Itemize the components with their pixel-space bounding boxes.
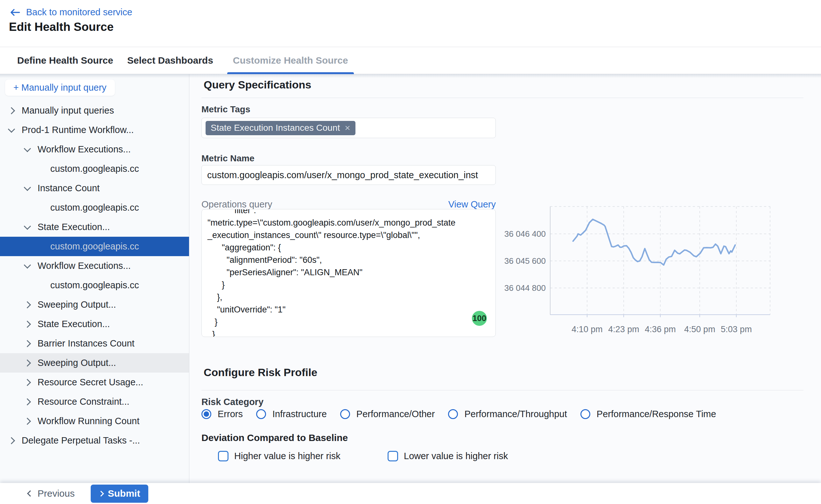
query-specifications-title: Query Specifications bbox=[204, 79, 311, 91]
tab-select-dashboards[interactable]: Select Dashboards bbox=[127, 47, 213, 74]
back-arrow-icon bbox=[10, 8, 20, 17]
section-divider bbox=[201, 390, 803, 390]
radio-icon[interactable] bbox=[448, 409, 458, 419]
tree-item-manually-input-queries[interactable]: Manually input queries bbox=[0, 101, 189, 120]
section-divider bbox=[201, 98, 803, 98]
checkbox-icon[interactable] bbox=[388, 451, 398, 461]
view-query-link[interactable]: View Query bbox=[448, 199, 496, 210]
tree-item-label: Barrier Instances Count bbox=[38, 338, 135, 349]
chevron-left-icon bbox=[27, 490, 33, 497]
query-sidebar: + Manually input query Manually input qu… bbox=[0, 74, 189, 483]
tree-item-custom-googleapis-cc[interactable]: custom.googleapis.cc bbox=[0, 276, 189, 295]
wizard-footer: Previous Submit bbox=[0, 483, 821, 504]
tree-item-instance-count[interactable]: Instance Count bbox=[0, 179, 189, 198]
page-header: Back to monitored service Edit Health So… bbox=[0, 0, 821, 47]
deviation-checkbox-higher-value-is-higher-risk[interactable]: Higher value is higher risk bbox=[218, 451, 340, 461]
tree-item-state-execution[interactable]: State Execution... bbox=[0, 217, 189, 237]
metric-name-input[interactable]: custom.googleapis.com/user/x_mongo_prod_… bbox=[201, 165, 496, 185]
tree-item-custom-googleapis-cc[interactable]: custom.googleapis.cc bbox=[0, 159, 189, 179]
chevron-down-icon bbox=[24, 261, 31, 269]
tree-item-workflow-executions[interactable]: Workflow Executions... bbox=[0, 256, 189, 276]
chevron-right-icon bbox=[24, 359, 31, 367]
risk-radio-label: Performance/Throughput bbox=[464, 409, 567, 419]
record-count-badge: 100 bbox=[472, 311, 487, 326]
submit-button-label: Submit bbox=[108, 488, 140, 499]
deviation-checkbox-lower-value-is-higher-risk[interactable]: Lower value is higher risk bbox=[388, 451, 508, 461]
metric-tag-chip[interactable]: State Execution Instances Count × bbox=[206, 121, 355, 135]
chevron-right-icon bbox=[24, 301, 31, 308]
tree-item-delegate-perpetual-tasks[interactable]: Delegate Perpetual Tasks -... bbox=[0, 431, 189, 450]
radio-icon[interactable] bbox=[580, 409, 590, 419]
chevron-right-icon bbox=[24, 417, 31, 425]
risk-radio-infrastructure[interactable]: Infrastructure bbox=[256, 409, 327, 419]
operations-query-textarea[interactable]: "filter": "metric.type=\"custom.googleap… bbox=[201, 209, 496, 337]
risk-radio-performance-throughput[interactable]: Performance/Throughput bbox=[448, 409, 567, 419]
tree-item-sweeping-output[interactable]: Sweeping Output... bbox=[0, 295, 189, 314]
chevron-down-icon bbox=[8, 125, 15, 133]
metric-line-series bbox=[573, 219, 735, 265]
chip-remove-icon[interactable]: × bbox=[345, 123, 350, 133]
tree-item-label: Resource Constraint... bbox=[38, 396, 130, 407]
risk-category-radio-group: ErrorsInfrastructurePerformance/OtherPer… bbox=[201, 409, 716, 419]
tree-item-label: Instance Count bbox=[38, 183, 100, 193]
risk-category-label: Risk Category bbox=[201, 397, 263, 407]
risk-radio-label: Performance/Response Time bbox=[597, 409, 716, 419]
tree-item-workflow-running-count[interactable]: Workflow Running Count bbox=[0, 411, 189, 431]
tab-label: Define Health Source bbox=[17, 55, 113, 66]
back-to-monitored-service-link[interactable]: Back to monitored service bbox=[10, 7, 132, 17]
tree-item-barrier-instances-count[interactable]: Barrier Instances Count bbox=[0, 334, 189, 353]
chevron-right-icon bbox=[8, 107, 15, 114]
tree-item-sweeping-output[interactable]: Sweeping Output... bbox=[0, 353, 189, 373]
risk-radio-performance-response-time[interactable]: Performance/Response Time bbox=[580, 409, 716, 419]
tree-item-prod-1-runtime-workflow[interactable]: Prod-1 Runtime Workflow... bbox=[0, 120, 189, 140]
tree-item-label: Sweeping Output... bbox=[38, 299, 116, 310]
tree-item-label: State Execution... bbox=[38, 222, 110, 232]
chevron-down-icon bbox=[24, 145, 31, 152]
y-tick-label: 36 046 400 bbox=[504, 229, 546, 239]
submit-button[interactable]: Submit bbox=[91, 485, 149, 503]
tab-define-health-source[interactable]: Define Health Source bbox=[17, 47, 113, 74]
chevron-right-icon bbox=[24, 398, 31, 405]
manually-input-query-button[interactable]: + Manually input query bbox=[5, 80, 115, 96]
radio-icon[interactable] bbox=[256, 409, 266, 419]
edit-health-source-page: Back to monitored service Edit Health So… bbox=[0, 0, 821, 504]
radio-icon[interactable] bbox=[340, 409, 350, 419]
chevron-right-icon bbox=[24, 320, 31, 328]
wizard-tabbar: Define Health SourceSelect DashboardsCus… bbox=[0, 47, 821, 74]
x-tick-label: 5:03 pm bbox=[721, 325, 752, 334]
operations-query-row: Operations query View Query bbox=[201, 199, 496, 210]
tree-item-custom-googleapis-cc[interactable]: custom.googleapis.cc bbox=[0, 198, 189, 217]
tree-item-label: Resource Secret Usage... bbox=[38, 377, 143, 388]
y-tick-label: 36 044 800 bbox=[504, 283, 546, 293]
risk-radio-performance-other[interactable]: Performance/Other bbox=[340, 409, 435, 419]
metric-preview-chart: 36 046 40036 045 60036 044 8004:10 pm4:2… bbox=[503, 197, 786, 337]
tree-item-label: Sweeping Output... bbox=[38, 358, 116, 368]
chevron-down-icon bbox=[24, 222, 31, 230]
page-title: Edit Health Source bbox=[9, 20, 114, 34]
tree-item-label: Prod-1 Runtime Workflow... bbox=[22, 125, 134, 135]
checkbox-label: Higher value is higher risk bbox=[234, 451, 340, 461]
radio-selected-icon[interactable] bbox=[201, 409, 211, 419]
chevron-right-icon bbox=[24, 340, 31, 347]
tree-item-label: custom.googleapis.cc bbox=[50, 280, 139, 291]
tree-item-label: custom.googleapis.cc bbox=[50, 164, 139, 174]
tree-item-workflow-executions[interactable]: Workflow Executions... bbox=[0, 140, 189, 159]
tree-item-label: custom.googleapis.cc bbox=[50, 202, 139, 213]
tree-item-resource-constraint[interactable]: Resource Constraint... bbox=[0, 392, 189, 411]
metric-tags-input[interactable]: State Execution Instances Count × bbox=[201, 118, 496, 138]
x-tick-label: 4:10 pm bbox=[572, 325, 603, 334]
tab-customize-health-source[interactable]: Customize Health Source bbox=[227, 47, 354, 74]
checkbox-icon[interactable] bbox=[218, 451, 228, 461]
tree-item-custom-googleapis-cc[interactable]: custom.googleapis.cc bbox=[0, 237, 189, 256]
tree-item-state-execution[interactable]: State Execution... bbox=[0, 314, 189, 334]
tree-item-resource-secret-usage[interactable]: Resource Secret Usage... bbox=[0, 373, 189, 392]
metric-name-label: Metric Name bbox=[201, 153, 255, 164]
tree-item-label: Workflow Executions... bbox=[38, 261, 131, 271]
chevron-right-icon bbox=[24, 379, 31, 386]
previous-button[interactable]: Previous bbox=[28, 488, 75, 499]
chevron-right-icon bbox=[98, 491, 104, 496]
risk-radio-errors[interactable]: Errors bbox=[201, 409, 243, 419]
tree-item-label: Manually input queries bbox=[22, 105, 114, 116]
y-tick-label: 36 045 600 bbox=[504, 256, 546, 266]
tab-label: Select Dashboards bbox=[127, 55, 213, 66]
